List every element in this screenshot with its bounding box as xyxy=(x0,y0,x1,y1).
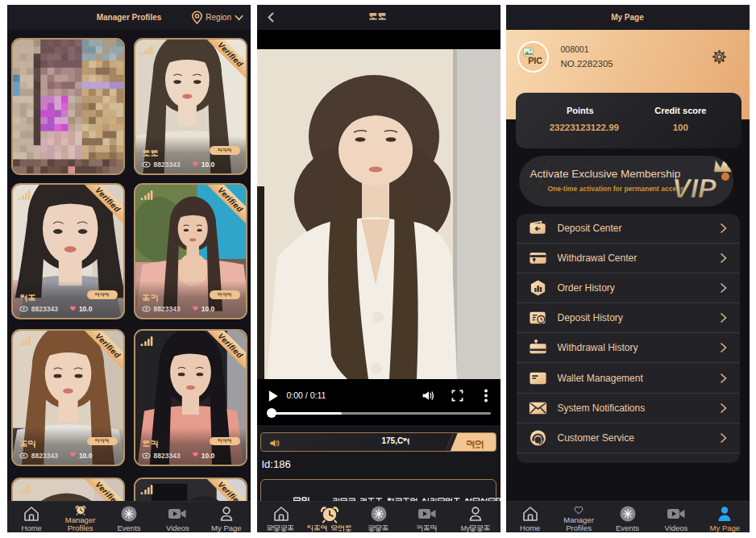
svg-text:VIP: VIP xyxy=(672,173,717,203)
